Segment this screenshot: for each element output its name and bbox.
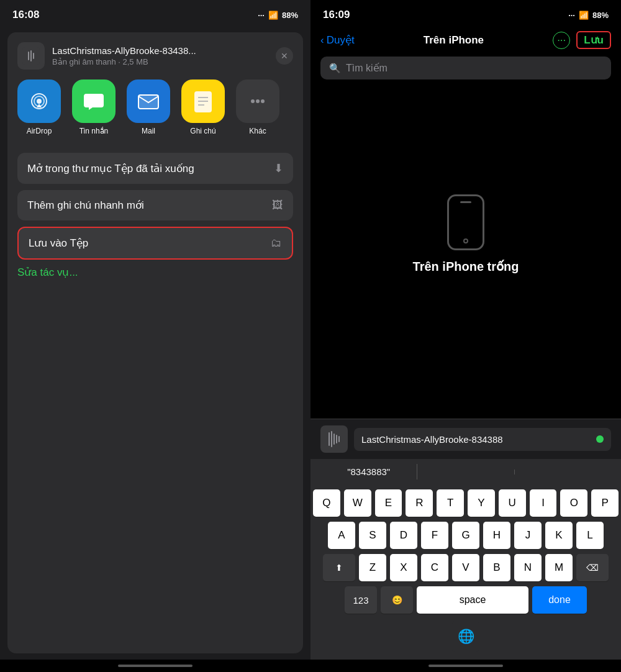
back-label: Duyệt [327, 34, 355, 47]
add-note-action[interactable]: Thêm ghi chú nhanh mới 🖼 [17, 190, 293, 220]
wifi-icon-right: 📶 [579, 11, 589, 20]
emoji-key[interactable]: 😊 [381, 586, 413, 614]
key-b[interactable]: B [483, 554, 510, 581]
key-g[interactable]: G [452, 522, 479, 549]
messages-app[interactable]: Tin nhắn [72, 79, 116, 135]
nav-title: Trên iPhone [424, 34, 484, 47]
filename-input[interactable]: LastChristmas-AllyBrooke-834388 [354, 428, 611, 451]
messages-label: Tin nhắn [79, 127, 109, 135]
time-right: 16:09 [323, 9, 350, 21]
num-key[interactable]: 123 [345, 586, 377, 614]
key-m[interactable]: M [545, 554, 573, 581]
search-placeholder: Tìm kiếm [346, 62, 388, 74]
key-h[interactable]: H [483, 522, 510, 549]
shift-key[interactable]: ⬆ [323, 554, 355, 581]
keyboard-row-3: ⬆ Z X C V B N M ⌫ [313, 554, 619, 581]
key-l[interactable]: L [576, 522, 604, 549]
key-w[interactable]: W [344, 489, 371, 517]
key-v[interactable]: V [452, 554, 479, 581]
wifi-icon-left: 📶 [268, 11, 278, 20]
left-panel: 16:08 ··· 📶 88% LastChristmas-AllyBrooke… [0, 0, 310, 672]
download-icon: ⬇ [274, 161, 283, 175]
open-files-action[interactable]: Mở trong thư mục Tệp đã tải xuống ⬇ [17, 153, 293, 184]
save-files-action[interactable]: Lưu vào Tệp 🗂 [17, 227, 293, 260]
key-z[interactable]: Z [359, 554, 386, 581]
key-t[interactable]: T [437, 489, 464, 517]
key-r[interactable]: R [406, 489, 433, 517]
key-a[interactable]: A [328, 522, 355, 549]
key-j[interactable]: J [514, 522, 542, 549]
empty-label: Trên iPhone trống [413, 259, 519, 274]
key-u[interactable]: U [499, 489, 526, 517]
search-bar[interactable]: 🔍 Tìm kiếm [320, 57, 611, 79]
file-header: LastChristmas-AllyBrooke-83438... Bản gh… [17, 42, 293, 70]
key-k[interactable]: K [545, 522, 573, 549]
done-key[interactable]: done [532, 586, 587, 614]
more-button[interactable]: ··· [553, 32, 570, 49]
svg-point-11 [256, 99, 260, 103]
autocorrect-2[interactable] [417, 470, 514, 474]
key-f[interactable]: F [421, 522, 448, 549]
right-panel: 16:09 ··· 📶 88% ‹ Duyệt Trên iPhone ··· … [310, 0, 621, 672]
share-sheet: LastChristmas-AllyBrooke-83438... Bản gh… [7, 32, 303, 653]
key-c[interactable]: C [421, 554, 448, 581]
key-x[interactable]: X [390, 554, 417, 581]
home-bar-left [118, 665, 193, 667]
share-apps-row: AirDrop Tin nhắn Mail [17, 79, 293, 140]
more-app[interactable]: Khác [236, 79, 279, 135]
save-files-label: Lưu vào Tệp [29, 237, 88, 250]
globe-key[interactable]: 🌐 [452, 621, 479, 652]
keyboard-row-1: Q W E R T Y U I O P [313, 489, 619, 517]
signal-right: ··· [568, 11, 575, 20]
file-info: LastChristmas-AllyBrooke-83438... Bản gh… [52, 45, 268, 66]
file-meta: Bản ghi âm thanh · 2,5 MB [52, 57, 268, 66]
filename-text: LastChristmas-AllyBrooke-834388 [361, 434, 503, 445]
key-o[interactable]: O [560, 489, 587, 517]
autocorrect-1[interactable]: "8343883" [320, 464, 417, 479]
nav-actions: ··· Lưu [553, 31, 611, 49]
home-indicator-right [310, 660, 621, 672]
file-name: LastChristmas-AllyBrooke-83438... [52, 45, 263, 56]
status-icons-right: ··· 📶 88% [568, 11, 609, 20]
key-y[interactable]: Y [468, 489, 495, 517]
more-label: Khác [249, 127, 266, 135]
globe-row: 🌐 [313, 619, 619, 657]
empty-folder: Trên iPhone trống [310, 87, 621, 419]
keyboard: Q W E R T Y U I O P A S D F G H J K L ⬆ … [310, 484, 621, 660]
mail-app[interactable]: Mail [127, 79, 170, 135]
key-i[interactable]: I [530, 489, 557, 517]
emoji-icon: 😊 [392, 595, 402, 605]
notes-app[interactable]: Ghi chú [181, 79, 225, 135]
airdrop-icon [17, 79, 61, 123]
key-p[interactable]: P [591, 489, 619, 517]
mail-label: Mail [142, 127, 155, 135]
home-bar-right [428, 665, 503, 667]
ellipsis-icon: ··· [557, 34, 566, 47]
key-n[interactable]: N [514, 554, 542, 581]
nav-bar: ‹ Duyệt Trên iPhone ··· Lưu [310, 26, 621, 57]
save-button[interactable]: Lưu [576, 31, 611, 49]
svg-point-10 [251, 99, 255, 103]
key-s[interactable]: S [359, 522, 386, 549]
space-key[interactable]: space [417, 586, 528, 614]
autocorrect-3[interactable] [515, 470, 611, 474]
edit-actions-link[interactable]: Sửa tác vụ... [17, 266, 293, 279]
key-e[interactable]: E [375, 489, 402, 517]
active-indicator [596, 435, 604, 443]
audio-file-icon [17, 42, 45, 70]
status-bar-right: 16:09 ··· 📶 88% [310, 0, 621, 26]
delete-key[interactable]: ⌫ [576, 554, 609, 581]
close-button[interactable]: ✕ [276, 47, 293, 65]
svg-point-12 [261, 99, 265, 103]
key-q[interactable]: Q [313, 489, 340, 517]
back-button[interactable]: ‹ Duyệt [320, 34, 355, 47]
status-icons-left: ··· 📶 88% [258, 11, 298, 20]
key-d[interactable]: D [390, 522, 417, 549]
battery-left: 88% [282, 11, 298, 20]
search-icon: 🔍 [329, 63, 341, 74]
file-thumbnail [320, 425, 348, 453]
status-bar-left: 16:08 ··· 📶 88% [0, 0, 310, 26]
chevron-left-icon: ‹ [320, 34, 324, 47]
airdrop-app[interactable]: AirDrop [17, 79, 61, 135]
open-files-label: Mở trong thư mục Tệp đã tải xuống [27, 162, 194, 175]
